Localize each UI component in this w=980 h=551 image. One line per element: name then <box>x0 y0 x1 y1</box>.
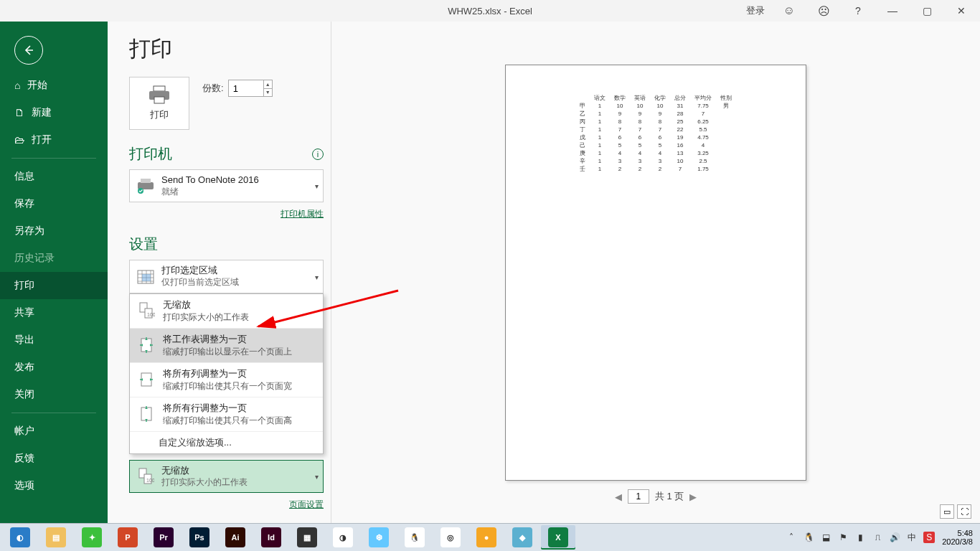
printer-dropdown[interactable]: Send To OneNote 2016 就绪 ▾ <box>129 169 324 202</box>
sidebar-item-options[interactable]: 选项 <box>0 472 108 499</box>
table-row: 辛1333102.5 <box>575 157 736 165</box>
minimize-button[interactable]: — <box>878 1 907 21</box>
sidebar-item-open[interactable]: 🗁打开 <box>0 126 108 154</box>
preview-page: 语文数学英语化学总分平均分性别甲1101010317.75男乙1999287丙1… <box>505 65 806 481</box>
face-smile-icon[interactable]: ☺ <box>775 1 804 21</box>
taskbar-clock[interactable]: 5:48 2020/3/8 <box>942 529 977 546</box>
taskbar-app-app-b[interactable]: ❆ <box>362 525 396 550</box>
sidebar-item-label: 打开 <box>32 133 52 146</box>
sidebar-item-label: 反馈 <box>14 452 34 465</box>
page-number-input[interactable] <box>628 489 649 504</box>
zoom-to-page-button[interactable]: ▭ <box>940 504 954 519</box>
scale-option-fit-sheet[interactable]: 将工作表调整为一页缩减打印输出以显示在一个页面上 <box>130 329 323 363</box>
tray-wifi-icon[interactable]: ⎍ <box>872 532 883 543</box>
current-scale-title: 无缩放 <box>161 465 317 477</box>
table-cell: 5 <box>610 141 630 149</box>
next-page-button[interactable]: ▶ <box>689 491 697 502</box>
sidebar-item-share[interactable]: 共享 <box>0 299 108 326</box>
app-b-icon: ❆ <box>369 527 389 547</box>
table-cell: 1 <box>590 110 610 118</box>
sidebar-item-feedback[interactable]: 反馈 <box>0 445 108 472</box>
table-row: 甲1101010317.75男 <box>575 102 736 110</box>
sidebar-item-label: 导出 <box>14 334 34 347</box>
tray-ime-icon[interactable]: 中 <box>906 532 918 543</box>
table-cell: 3.25 <box>690 149 716 157</box>
scale-option-fit-columns[interactable]: 将所有列调整为一页缩减打印输出使其只有一个页面宽 <box>130 363 323 397</box>
taskbar-app-notes[interactable]: ◆ <box>505 525 540 550</box>
copies-step-up[interactable]: ▲ <box>263 80 272 89</box>
zoom-fit-button[interactable]: ⛶ <box>957 504 971 519</box>
printer-properties-link[interactable]: 打印机属性 <box>281 209 324 219</box>
tray-qq-icon[interactable]: 🐧 <box>803 532 814 543</box>
table-cell: 1 <box>590 165 610 173</box>
taskbar-app-chrome[interactable]: ◎ <box>433 525 468 550</box>
taskbar-app-illustrator[interactable]: Ai <box>218 525 253 550</box>
taskbar-app-wechat[interactable]: ✦ <box>75 525 109 550</box>
help-button[interactable]: ? <box>844 1 872 21</box>
sidebar-item-home[interactable]: ⌂开始 <box>0 72 108 99</box>
tray-volume-icon[interactable]: 🔊 <box>889 532 900 543</box>
copies-step-down[interactable]: ▼ <box>263 89 272 97</box>
sidebar-item-new[interactable]: 🗋新建 <box>0 99 108 126</box>
sidebar-item-history[interactable]: 历史记录 <box>0 245 108 272</box>
sidebar-item-print[interactable]: 打印 <box>0 272 108 299</box>
scale-option-none[interactable]: 100 无缩放打印实际大小的工作表 <box>130 294 323 329</box>
table-cell: 4 <box>650 149 670 157</box>
scaling-dropdown[interactable]: 100 无缩放 打印实际大小的工作表 ▾ <box>129 460 324 493</box>
sidebar-item-close[interactable]: 关闭 <box>0 381 108 408</box>
table-row: 戊1666194.75 <box>575 133 736 141</box>
info-icon[interactable]: i <box>312 149 324 160</box>
tray-battery-icon[interactable]: ▮ <box>854 532 866 543</box>
taskbar-app-premiere[interactable]: Pr <box>146 525 181 550</box>
tray-shield-icon[interactable]: ⬓ <box>820 532 831 543</box>
sidebar-item-save[interactable]: 保存 <box>0 190 108 217</box>
taskbar-app-indesign[interactable]: Id <box>254 525 288 550</box>
page-setup-link[interactable]: 页面设置 <box>289 499 324 509</box>
tray-flag-icon[interactable]: ⚑ <box>837 532 849 543</box>
taskbar-app-app-a[interactable]: ◑ <box>326 525 360 550</box>
taskbar-app-app-c[interactable]: ● <box>469 525 504 550</box>
tray-sogou-icon[interactable]: S <box>923 532 935 543</box>
taskbar-app-excel[interactable]: X <box>541 525 575 550</box>
zoom-controls: ▭ ⛶ <box>940 504 971 519</box>
scale-option-fit-rows[interactable]: 将所有行调整为一页缩减打印输出使其只有一个页面高 <box>130 397 323 432</box>
taskbar-app-video-editor[interactable]: ▦ <box>290 525 324 550</box>
taskbar-app-browser-qq[interactable]: ◐ <box>3 525 37 550</box>
custom-scaling-option[interactable]: 自定义缩放选项... <box>130 432 323 453</box>
printer-name: Send To OneNote 2016 <box>161 174 317 187</box>
page-navigator: ◀ 共 1 页 ▶ <box>615 489 697 504</box>
powerpoint-icon: P <box>118 527 138 547</box>
print-button[interactable]: 打印 <box>129 77 189 130</box>
table-cell: 1 <box>590 118 610 126</box>
taskbar-app-explorer[interactable]: ▤ <box>39 525 73 550</box>
table-cell <box>716 110 736 118</box>
print-area-dropdown[interactable]: 打印选定区域 仅打印当前选定区域 ▾ <box>129 260 324 293</box>
close-button[interactable]: ✕ <box>947 1 976 21</box>
taskbar-app-powerpoint[interactable]: P <box>110 525 145 550</box>
table-cell: 5 <box>630 141 650 149</box>
prev-page-button[interactable]: ◀ <box>615 491 622 502</box>
sidebar-item-publish[interactable]: 发布 <box>0 354 108 381</box>
settings-section-label: 设置 <box>129 235 158 254</box>
scale-fit-sheet-icon <box>136 333 157 358</box>
sidebar-item-info[interactable]: 信息 <box>0 163 108 190</box>
taskbar-app-photoshop[interactable]: Ps <box>182 525 217 550</box>
table-cell <box>716 149 736 157</box>
area-title: 打印选定区域 <box>161 265 317 277</box>
sidebar-item-export[interactable]: 导出 <box>0 326 108 354</box>
table-cell <box>716 126 736 133</box>
face-frown-icon[interactable]: ☹ <box>809 1 838 21</box>
sidebar-item-label: 选项 <box>14 479 34 492</box>
settings-section-header: 设置 <box>129 235 324 254</box>
back-button[interactable] <box>14 36 43 65</box>
sidebar-item-account[interactable]: 帐户 <box>0 418 108 445</box>
open-icon: 🗁 <box>14 134 24 146</box>
taskbar-app-qq[interactable]: 🐧 <box>397 525 432 550</box>
login-link[interactable]: 登录 <box>742 4 769 17</box>
sidebar-item-saveas[interactable]: 另存为 <box>0 217 108 245</box>
tray-up-icon[interactable]: ˄ <box>786 532 797 543</box>
page-title: 打印 <box>129 34 324 64</box>
home-icon: ⌂ <box>14 80 20 91</box>
chevron-down-icon: ▾ <box>315 473 319 481</box>
maximize-button[interactable]: ▢ <box>913 1 941 21</box>
